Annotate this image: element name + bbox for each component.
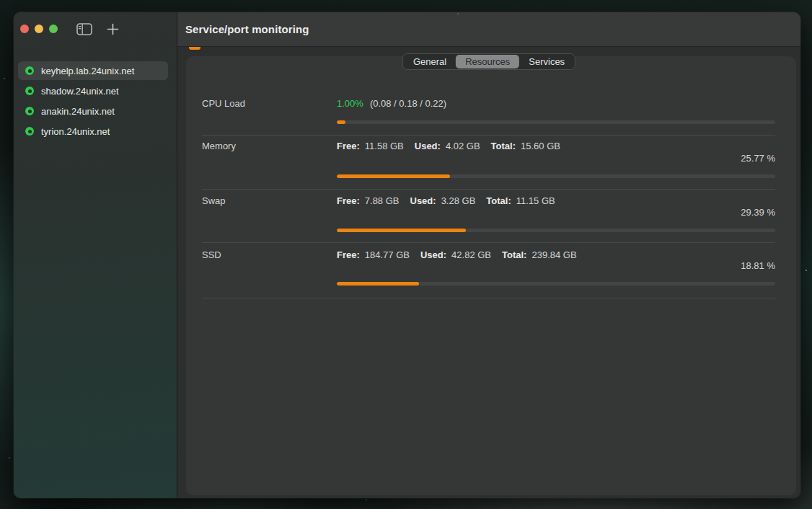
tab-resources[interactable]: Resources bbox=[456, 55, 519, 68]
sidebar-item-anakin[interactable]: anakin.24unix.net bbox=[18, 102, 168, 120]
status-online-icon bbox=[25, 66, 34, 75]
sidebar-item-shadow[interactable]: shadow.24unix.net bbox=[18, 81, 168, 100]
sidebar-toggle-icon bbox=[76, 27, 92, 37]
free-value: 7.88 GB bbox=[365, 195, 400, 206]
used-value: 42.82 GB bbox=[451, 249, 491, 260]
window-title: Service/port monitoring bbox=[185, 23, 309, 35]
sidebar-item-keyhelp[interactable]: keyhelp.lab.24unix.net bbox=[18, 61, 168, 80]
used-key: Used: bbox=[415, 141, 441, 151]
monitor-card: CPU Load 1.00%(0.08 / 0.18 / 0.22) Memor… bbox=[186, 56, 796, 495]
memory-progress-fill bbox=[337, 174, 450, 178]
cpu-label: CPU Load bbox=[202, 98, 245, 110]
server-name: shadow.24unix.net bbox=[41, 86, 119, 97]
cpu-values: 1.00%(0.08 / 0.18 / 0.22) bbox=[337, 98, 446, 110]
server-name: anakin.24unix.net bbox=[41, 106, 115, 117]
sidebar: keyhelp.lab.24unix.net shadow.24unix.net… bbox=[14, 12, 177, 498]
minimize-icon[interactable] bbox=[35, 25, 43, 33]
app-window: keyhelp.lab.24unix.net shadow.24unix.net… bbox=[14, 12, 800, 498]
swap-progress-fill bbox=[337, 229, 466, 232]
swap-values: Free:7.88 GBUsed:3.28 GBTotal:11.15 GB bbox=[337, 195, 555, 207]
row-divider bbox=[202, 135, 775, 136]
cpu-percent-value: 1.00% bbox=[337, 98, 363, 109]
plus-icon bbox=[107, 27, 119, 37]
ssd-label: SSD bbox=[202, 249, 221, 261]
row-divider bbox=[202, 189, 775, 190]
total-key: Total: bbox=[502, 249, 526, 260]
status-online-icon bbox=[25, 107, 34, 115]
clipped-progress-fragment bbox=[189, 47, 200, 50]
sidebar-item-tyrion[interactable]: tyrion.24unix.net bbox=[18, 122, 168, 141]
total-value: 15.60 GB bbox=[521, 141, 560, 151]
server-name: tyrion.24unix.net bbox=[41, 126, 110, 137]
total-value: 239.84 GB bbox=[531, 249, 576, 260]
total-value: 11.15 GB bbox=[516, 195, 555, 206]
ssd-progress-fill bbox=[337, 282, 419, 286]
ssd-progress-bar bbox=[337, 282, 775, 286]
memory-values: Free:11.58 GBUsed:4.02 GBTotal:15.60 GB bbox=[337, 141, 560, 152]
used-value: 3.28 GB bbox=[441, 195, 476, 206]
server-name: keyhelp.lab.24unix.net bbox=[41, 66, 134, 76]
toolbar: Service/port monitoring bbox=[177, 12, 800, 47]
row-divider bbox=[202, 242, 775, 243]
tab-services[interactable]: Services bbox=[519, 55, 574, 68]
swap-label: Swap bbox=[202, 195, 226, 207]
toggle-sidebar-button[interactable] bbox=[76, 23, 92, 35]
memory-progress-bar bbox=[337, 174, 775, 178]
used-key: Used: bbox=[420, 249, 446, 260]
status-online-icon bbox=[25, 127, 34, 136]
free-value: 184.77 GB bbox=[365, 249, 410, 260]
memory-label: Memory bbox=[202, 141, 236, 152]
row-divider bbox=[202, 298, 775, 298]
cpu-progress-bar bbox=[337, 120, 775, 124]
free-value: 11.58 GB bbox=[365, 141, 404, 151]
total-key: Total: bbox=[486, 195, 511, 206]
free-key: Free: bbox=[337, 249, 360, 260]
zoom-icon[interactable] bbox=[49, 25, 58, 33]
window-controls bbox=[20, 25, 58, 33]
content-area: CPU Load 1.00%(0.08 / 0.18 / 0.22) Memor… bbox=[177, 47, 800, 498]
free-key: Free: bbox=[337, 141, 360, 151]
ssd-values: Free:184.77 GBUsed:42.82 GBTotal:239.84 … bbox=[337, 249, 577, 261]
ssd-percent: 18.81 % bbox=[741, 260, 775, 272]
desktop-background: keyhelp.lab.24unix.net shadow.24unix.net… bbox=[0, 0, 812, 509]
total-key: Total: bbox=[491, 141, 516, 151]
free-key: Free: bbox=[337, 195, 360, 206]
used-value: 4.02 GB bbox=[446, 141, 480, 151]
memory-percent: 25.77 % bbox=[741, 153, 775, 164]
tab-bar: General Resources Services bbox=[402, 53, 575, 70]
swap-percent: 29.39 % bbox=[741, 207, 775, 218]
used-key: Used: bbox=[410, 195, 436, 206]
cpu-progress-fill bbox=[337, 120, 345, 124]
swap-progress-bar bbox=[337, 229, 775, 232]
add-server-button[interactable] bbox=[107, 23, 119, 35]
cpu-load-averages: (0.08 / 0.18 / 0.22) bbox=[370, 98, 446, 109]
main-pane: Service/port monitoring CPU Load 1.00%(0… bbox=[177, 12, 800, 498]
status-online-icon bbox=[25, 87, 34, 95]
tab-general[interactable]: General bbox=[404, 55, 456, 68]
close-icon[interactable] bbox=[20, 25, 29, 33]
